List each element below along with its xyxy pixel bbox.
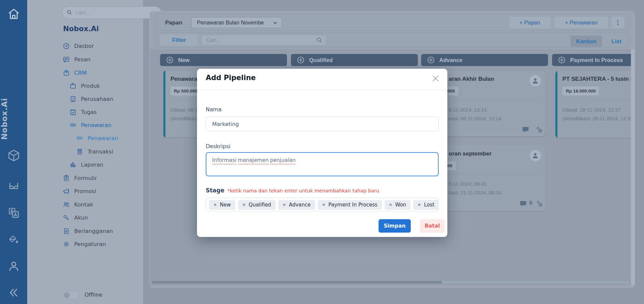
sidebar-item-kontak[interactable]: Kontak: [63, 199, 93, 210]
add-offer-button[interactable]: + Penawaran: [554, 17, 608, 28]
brand-vertical: Nobox.Ai: [0, 85, 27, 153]
inbox-icon[interactable]: [8, 180, 19, 191]
remove-tag-icon[interactable]: ✕: [213, 202, 217, 207]
remove-tag-icon[interactable]: ✕: [417, 202, 421, 207]
add-card-icon[interactable]: [558, 56, 565, 64]
nama-input[interactable]: [211, 121, 433, 128]
sidebar-item-perusahaan[interactable]: Perusahaan: [69, 94, 113, 104]
horizontal-scrollbar-thumb[interactable]: [152, 281, 442, 284]
board-select[interactable]: Penawaran Bulan Novembe: [191, 17, 282, 28]
product-bag-icon: [69, 82, 77, 89]
modal-header-divider: [197, 89, 447, 90]
search-icon: [67, 10, 72, 15]
box-logo-icon[interactable]: [7, 148, 21, 163]
card-modified: Dimodifikasi:: [170, 116, 199, 121]
sidebar-search[interactable]: [62, 6, 161, 19]
card-accent-stripe: [555, 71, 557, 138]
briefcase-icon: [63, 69, 70, 76]
view-list-button[interactable]: List: [605, 36, 628, 47]
stage-hint: *ketik nama dan tekan enter untuk menamb…: [228, 188, 379, 193]
sidebar-item-crm[interactable]: CRM: [63, 67, 87, 78]
card-divider: [431, 174, 539, 174]
comment-icon[interactable]: [522, 126, 530, 134]
deskripsi-word: Informasi: [212, 157, 236, 163]
stage-tags-field[interactable]: ✕New ✕Qualified ✕Advance ✕Payment In Pro…: [206, 198, 439, 212]
avatar[interactable]: [530, 75, 541, 86]
sidebar-search-input[interactable]: [75, 9, 157, 16]
stage-tag-label: Won: [395, 202, 406, 208]
search-icon: [316, 37, 322, 43]
comment-icon[interactable]: [519, 200, 527, 208]
sidebar-item-laporan[interactable]: Laporan: [69, 159, 103, 170]
card-accent-stripe: [163, 71, 165, 137]
collapse-sidebar-icon[interactable]: [8, 287, 20, 299]
sidebar-item-label: Berlangganan: [74, 228, 113, 234]
deskripsi-textarea[interactable]: Informasimanajemenpenjualan: [206, 152, 439, 176]
save-button[interactable]: Simpan: [379, 219, 411, 233]
sidebar-item-berlangganan[interactable]: Berlangganan: [63, 226, 113, 236]
sidebar-item-label: Produk: [81, 83, 100, 89]
home-icon[interactable]: [7, 8, 20, 20]
calculator-icon: [76, 148, 83, 155]
board-search[interactable]: [201, 35, 327, 46]
remove-tag-icon[interactable]: ✕: [322, 202, 326, 207]
card-title: Penawaran: [170, 76, 201, 82]
megaphone-icon: [63, 188, 70, 195]
sidebar-item-tugas[interactable]: Tugas: [69, 107, 97, 117]
sidebar-item-pengaturan[interactable]: Pengaturan: [63, 239, 106, 249]
close-icon[interactable]: [431, 74, 440, 83]
translate-icon[interactable]: [8, 207, 20, 219]
profile-icon[interactable]: [7, 260, 20, 272]
sidebar-item-promosi[interactable]: Promosi: [63, 186, 96, 196]
card-title: oran september: [449, 150, 492, 157]
sidebar-item-produk[interactable]: Produk: [69, 80, 100, 91]
sidebar-item-label: Tugas: [81, 109, 97, 115]
column-header-qualified: Qualified: [291, 54, 418, 66]
cancel-button[interactable]: Batal: [420, 219, 445, 233]
board-search-input[interactable]: [206, 37, 316, 44]
sidebar-item-formulir[interactable]: Formulir: [63, 173, 97, 183]
column-header-advance: Advance: [421, 54, 548, 66]
avatar[interactable]: [530, 150, 541, 161]
sidebar-item-label: Pesan: [74, 56, 91, 63]
stage-tag: ✕Won: [385, 200, 411, 210]
gear-icon: [63, 241, 70, 248]
card-divider: [562, 99, 631, 100]
sidebar-item-dasbor[interactable]: Dasbor: [63, 41, 94, 51]
filter-button[interactable]: Filter: [160, 35, 198, 46]
remove-tag-icon[interactable]: ✕: [389, 202, 392, 207]
sidebar-item-penawaran-sub[interactable]: Penawaran: [76, 133, 118, 143]
modal-title: Add Pipeline: [206, 74, 256, 82]
add-board-button[interactable]: + Papan: [509, 17, 550, 28]
sidebar-item-label: Akun: [74, 215, 88, 221]
deskripsi-label: Deskripsi: [206, 143, 231, 149]
ink-drop-icon[interactable]: [8, 234, 20, 246]
offline-toggle[interactable]: [62, 291, 80, 299]
add-card-icon[interactable]: [166, 56, 174, 64]
offline-label: Offline: [85, 292, 102, 298]
column-header-payment: Payment In Process: [552, 54, 631, 66]
settings-gears-icon[interactable]: [536, 200, 544, 208]
kanban-card-payment-1[interactable]: PT SEJAHTERA - 5 lusin ba Rp 18.000.000 …: [555, 71, 631, 138]
card-created: Dibuat: 28-11-2024, 12:27: [562, 107, 621, 113]
deskripsi-word: manajemen: [238, 157, 268, 163]
sidebar-item-akun[interactable]: Akun: [63, 212, 88, 223]
toggle-knob: [64, 292, 70, 298]
sidebar-item-pesan[interactable]: Pesan: [63, 54, 91, 65]
column-title: Payment In Process: [570, 57, 623, 63]
view-kanban-button[interactable]: Kanban: [571, 36, 602, 47]
remove-tag-icon[interactable]: ✕: [242, 202, 246, 207]
nama-label: Nama: [206, 106, 221, 113]
sidebar-item-penawaran[interactable]: Penawaran: [69, 120, 111, 130]
message-icon: [63, 56, 70, 63]
add-card-icon[interactable]: [427, 56, 435, 64]
kebab-menu-button[interactable]: [611, 17, 624, 28]
sidebar-item-transaksi[interactable]: Transaksi: [76, 146, 113, 157]
remove-tag-icon[interactable]: ✕: [283, 202, 286, 207]
add-pipeline-modal: Add Pipeline Nama Deskripsi Informasiman…: [197, 69, 447, 237]
settings-gears-icon[interactable]: [535, 126, 543, 134]
board-right-gutter: [631, 49, 635, 285]
card-modified: kasi: 21-11-2024, 09:33: [449, 190, 501, 195]
nama-field[interactable]: [206, 117, 439, 131]
add-card-icon[interactable]: [297, 56, 304, 64]
